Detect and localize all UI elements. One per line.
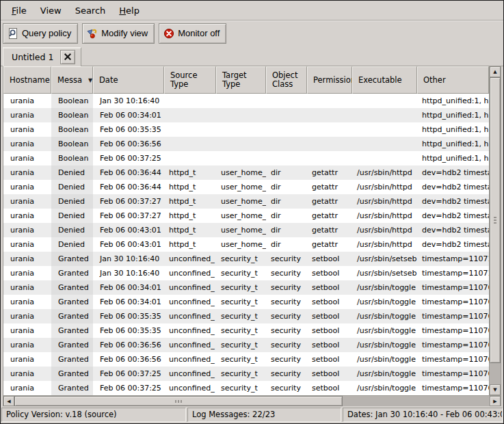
- table-cell: Feb 06 00:37:25: [93, 381, 164, 395]
- column-header-object-class[interactable]: Object Class: [266, 66, 307, 94]
- table-cell: urania: [3, 323, 51, 338]
- menu-view[interactable]: View: [34, 3, 68, 18]
- horizontal-scroll-thumb[interactable]: [14, 396, 343, 406]
- table-row[interactable]: uraniaBooleanFeb 06 00:36:56httpd_unifie…: [3, 137, 489, 151]
- table-cell: dev=hdb2 timesta: [417, 223, 489, 237]
- table-cell: Denied: [51, 209, 93, 223]
- log-table-body: uraniaBooleanJan 30 10:16:40httpd_unifie…: [3, 94, 489, 395]
- table-cell: [216, 122, 266, 137]
- tab-untitled-1[interactable]: Untitled 1: [3, 47, 81, 66]
- table-row[interactable]: uraniaBooleanJan 30 10:16:40httpd_unifie…: [3, 94, 489, 108]
- table-cell: timestamp=11076: [417, 338, 489, 352]
- column-header-executable[interactable]: Executable: [352, 66, 417, 94]
- column-header-other[interactable]: Other: [417, 66, 489, 94]
- menu-help[interactable]: Help: [113, 3, 146, 18]
- table-cell: Feb 06 00:37:27: [93, 194, 164, 209]
- monitor-off-button[interactable]: Monitor off: [159, 23, 226, 44]
- horizontal-scrollbar[interactable]: ◀ ▶: [3, 395, 501, 406]
- table-row[interactable]: uraniaGrantedFeb 06 00:34:01unconfined_s…: [3, 280, 489, 295]
- vertical-scroll-track[interactable]: [490, 77, 501, 384]
- table-row[interactable]: uraniaGrantedFeb 06 00:36:56unconfined_s…: [3, 352, 489, 367]
- table-cell: dir: [266, 165, 307, 180]
- table-cell: Feb 06 00:37:25: [93, 367, 164, 381]
- table-row[interactable]: uraniaDeniedFeb 06 00:36:44httpd_tuser_h…: [3, 180, 489, 194]
- table-cell: /usr/sbin/httpd: [352, 165, 417, 180]
- table-cell: /usr/sbin/toggle: [352, 352, 417, 367]
- table-row[interactable]: uraniaDeniedFeb 06 00:37:27httpd_tuser_h…: [3, 194, 489, 209]
- table-row[interactable]: uraniaGrantedFeb 06 00:34:01unconfined_s…: [3, 295, 489, 309]
- table-row[interactable]: uraniaBooleanFeb 06 00:35:35httpd_unifie…: [3, 122, 489, 137]
- table-cell: [307, 122, 352, 137]
- table-cell: security: [266, 338, 307, 352]
- table-row[interactable]: uraniaGrantedFeb 06 00:36:56unconfined_s…: [3, 338, 489, 352]
- table-header-row: HostnameMessa▼DateSource TypeTarget Type…: [3, 66, 489, 94]
- scroll-up-button[interactable]: ▲: [490, 66, 501, 77]
- table-row[interactable]: uraniaGrantedFeb 06 00:37:25unconfined_s…: [3, 367, 489, 381]
- table-cell: Feb 06 00:35:35: [93, 309, 164, 323]
- column-header-permission[interactable]: Permission: [307, 66, 352, 94]
- table-cell: [216, 94, 266, 108]
- table-cell: [352, 108, 417, 122]
- table-cell: Jan 30 10:16:40: [93, 94, 164, 108]
- table-cell: Feb 06 00:34:01: [93, 280, 164, 295]
- table-cell: dir: [266, 180, 307, 194]
- table-cell: setbool: [307, 280, 352, 295]
- table-row[interactable]: uraniaGrantedFeb 06 00:35:35unconfined_s…: [3, 323, 489, 338]
- table-cell: timestamp=11076: [417, 323, 489, 338]
- column-header-label: Target Type: [222, 71, 264, 89]
- table-row[interactable]: uraniaDeniedFeb 06 00:43:01httpd_tuser_h…: [3, 237, 489, 252]
- table-cell: Feb 06 00:43:01: [93, 223, 164, 237]
- vertical-scrollbar[interactable]: ▲ ▼: [489, 66, 501, 395]
- column-header-messa[interactable]: Messa▼: [51, 66, 93, 94]
- scroll-right-button[interactable]: ▶: [490, 396, 501, 406]
- modify-view-icon: [87, 28, 98, 39]
- query-policy-button[interactable]: Query policy: [3, 23, 78, 44]
- table-row[interactable]: uraniaGrantedFeb 06 00:37:25unconfined_s…: [3, 381, 489, 395]
- table-cell: unconfined_: [164, 381, 216, 395]
- modify-view-button[interactable]: Modify view: [82, 23, 155, 44]
- table-row[interactable]: uraniaBooleanFeb 06 00:34:01httpd_unifie…: [3, 108, 489, 122]
- table-cell: httpd_unified:1, h: [417, 151, 489, 165]
- column-header-date[interactable]: Date: [93, 66, 164, 94]
- arrow-up-icon: ▲: [493, 69, 496, 75]
- table-cell: Feb 06 00:36:56: [93, 352, 164, 367]
- table-cell: [352, 122, 417, 137]
- table-cell: unconfined_: [164, 352, 216, 367]
- table-cell: getattr: [307, 165, 352, 180]
- status-bar: Policy Version: v.18 (source) Log Messag…: [1, 408, 503, 422]
- table-cell: Feb 06 00:36:44: [93, 165, 164, 180]
- table-cell: urania: [3, 209, 51, 223]
- scroll-down-button[interactable]: ▼: [490, 384, 501, 395]
- table-row[interactable]: uraniaGrantedJan 30 10:16:40unconfined_s…: [3, 252, 489, 266]
- column-header-source-type[interactable]: Source Type: [164, 66, 216, 94]
- thumb-grip: [175, 400, 182, 403]
- table-cell: Denied: [51, 180, 93, 194]
- scroll-left-button[interactable]: ◀: [3, 396, 14, 406]
- table-row[interactable]: uraniaGrantedJan 30 10:16:40unconfined_s…: [3, 266, 489, 280]
- table-row[interactable]: uraniaDeniedFeb 06 00:37:27httpd_tuser_h…: [3, 209, 489, 223]
- table-cell: security_t: [216, 338, 266, 352]
- menu-bar: File View Search Help: [1, 1, 503, 21]
- menu-search[interactable]: Search: [69, 3, 112, 18]
- table-cell: Granted: [51, 381, 93, 395]
- table-row[interactable]: uraniaDeniedFeb 06 00:36:44httpd_tuser_h…: [3, 165, 489, 180]
- table-cell: Granted: [51, 367, 93, 381]
- table-cell: setbool: [307, 266, 352, 280]
- table-cell: Boolean: [51, 94, 93, 108]
- horizontal-scroll-track[interactable]: [14, 396, 490, 406]
- tab-close-button[interactable]: [60, 50, 75, 64]
- table-cell: urania: [3, 122, 51, 137]
- vertical-scroll-thumb[interactable]: [490, 77, 501, 363]
- table-cell: httpd_t: [164, 237, 216, 252]
- table-row[interactable]: uraniaBooleanFeb 06 00:37:25httpd_unifie…: [3, 151, 489, 165]
- table-row[interactable]: uraniaGrantedFeb 06 00:35:35unconfined_s…: [3, 309, 489, 323]
- column-header-hostname[interactable]: Hostname: [3, 66, 51, 94]
- table-cell: Jan 30 10:16:40: [93, 252, 164, 266]
- table-cell: Denied: [51, 237, 93, 252]
- table-cell: user_home_: [216, 209, 266, 223]
- table-cell: Boolean: [51, 151, 93, 165]
- table-cell: Feb 06 00:34:01: [93, 295, 164, 309]
- menu-file[interactable]: File: [5, 3, 33, 18]
- table-row[interactable]: uraniaDeniedFeb 06 00:43:01httpd_tuser_h…: [3, 223, 489, 237]
- column-header-target-type[interactable]: Target Type: [216, 66, 266, 94]
